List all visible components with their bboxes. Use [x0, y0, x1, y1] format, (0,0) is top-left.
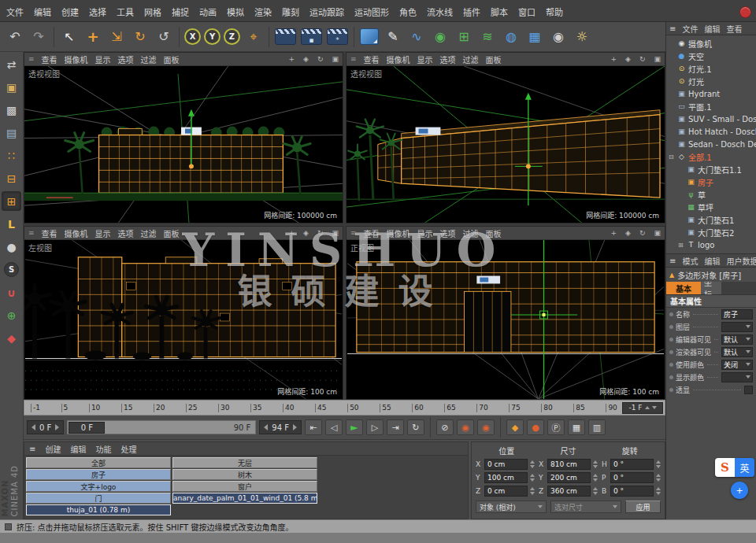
menu-window[interactable]: 窗口 — [518, 6, 536, 18]
layer-cell-editing[interactable]: canary_date_palm_01_01_wind_01 (5.8 m) — [172, 493, 317, 504]
om-menu-file[interactable]: 文件 — [682, 23, 698, 35]
viewport-menu-display[interactable]: 显示 — [95, 54, 111, 65]
zoom-icon[interactable]: ◈ — [303, 55, 309, 63]
om-menu-edit[interactable]: 编辑 — [704, 23, 720, 35]
tree-item-selected[interactable]: ▣房子 — [666, 175, 756, 188]
stepper-up-icon[interactable] — [530, 460, 535, 464]
tree-expander-icon[interactable]: ⊞ — [678, 242, 684, 249]
editor-visibility-dropdown[interactable]: 默认 — [721, 334, 753, 345]
viewport-menu-filter[interactable]: 过滤 — [463, 54, 479, 65]
menu-mograph[interactable]: 运动图形 — [354, 6, 389, 18]
tree-item-selected[interactable]: ⊟◇全部.1 — [666, 150, 756, 163]
stepper-down-icon[interactable] — [656, 465, 661, 468]
zoom-icon[interactable]: ◈ — [303, 229, 309, 237]
stepper-up-icon[interactable] — [593, 487, 598, 490]
pan-icon[interactable]: + — [610, 55, 617, 63]
rotate-view-icon[interactable]: ↻ — [639, 55, 646, 63]
texture-mode-button[interactable]: ▩ — [2, 100, 21, 120]
mini-timeline-button[interactable]: ▥ — [588, 419, 606, 435]
live-selection-tool[interactable]: ↖ — [58, 25, 80, 49]
coordinate-mode-dropdown[interactable]: 对象 (相对) — [476, 501, 547, 513]
layer-cell[interactable]: 全部 — [26, 457, 171, 468]
tree-item[interactable]: ▭平面.1 — [666, 100, 756, 113]
viewport-menu-filter[interactable]: 过滤 — [463, 227, 479, 239]
menu-edit[interactable]: 编辑 — [34, 6, 51, 18]
rotate-view-icon[interactable]: ↻ — [639, 229, 646, 237]
attr-menu-mode[interactable]: 模式 — [682, 255, 698, 267]
tree-item[interactable]: ⊞Tlogo — [666, 238, 756, 251]
menu-tools[interactable]: 工具 — [117, 6, 134, 18]
keyframe-dot-icon[interactable] — [669, 350, 673, 354]
zoom-icon[interactable]: ◈ — [625, 55, 631, 63]
stepper-right-icon[interactable] — [55, 424, 59, 430]
viewport-menu-panel[interactable]: 面板 — [486, 54, 502, 65]
stepper-up-icon[interactable] — [656, 460, 661, 464]
viewport-menu-display[interactable]: 显示 — [417, 54, 433, 65]
scale-tool[interactable]: ⇲ — [106, 25, 128, 49]
tree-item[interactable]: ▣Hydrant — [666, 87, 756, 100]
layer-cell[interactable]: 窗户 — [172, 481, 317, 492]
layer-cell-selected[interactable]: 门 — [26, 493, 171, 504]
keyframe-grid-button[interactable]: ▦ — [568, 419, 585, 435]
generator-button[interactable]: ⊞ — [453, 25, 475, 49]
maximize-view-icon[interactable]: ▣ — [654, 229, 661, 237]
stepper-up-icon[interactable] — [656, 474, 661, 477]
environment-button[interactable]: ◍ — [500, 25, 522, 49]
record-position-button[interactable]: ◉ — [457, 419, 474, 435]
stepper-right-icon[interactable] — [293, 424, 297, 430]
tree-item[interactable]: ●天空 — [666, 50, 756, 62]
viewport-menu-options[interactable]: 选项 — [440, 227, 456, 239]
tree-item[interactable]: ▣Hot Hatch - Dosch — [666, 125, 756, 138]
rotate-view-icon[interactable]: ↻ — [317, 229, 324, 237]
viewport-menu-filter[interactable]: 过滤 — [141, 227, 157, 239]
menu-render[interactable]: 渲染 — [254, 6, 272, 18]
pan-icon[interactable]: + — [288, 55, 295, 63]
tree-item[interactable]: ⊙灯光.1 — [666, 62, 756, 75]
attr-menu-edit[interactable]: 编辑 — [704, 255, 720, 267]
layer-cell[interactable]: 无层 — [172, 457, 317, 468]
tree-item[interactable]: ▣大门垫石2 — [666, 226, 756, 238]
enable-axis-button[interactable]: L — [2, 214, 21, 234]
tab-basic[interactable]: 基本 — [666, 282, 701, 294]
zoom-icon[interactable]: ◈ — [625, 229, 631, 237]
layer-menu-edit[interactable]: 编辑 — [70, 443, 86, 455]
stepper-up-icon[interactable] — [656, 487, 661, 490]
rotate-view-icon[interactable]: ↻ — [317, 55, 324, 63]
xray-checkbox[interactable] — [744, 386, 753, 394]
stepper-down-icon[interactable] — [530, 492, 535, 495]
ruler-frame-field[interactable]: -1 F — [622, 402, 663, 414]
coordinate-system-button[interactable]: ⌖ — [243, 25, 265, 49]
previous-frame-button[interactable]: ◁ — [325, 419, 343, 435]
stepper-down-icon[interactable] — [656, 492, 661, 495]
viewport-menu-view[interactable]: 查看 — [364, 227, 380, 239]
tree-item[interactable]: ▣大门垫石1.1 — [666, 163, 756, 175]
last-tool-button[interactable]: ↺ — [153, 25, 175, 49]
viewport-menu-display[interactable]: 显示 — [95, 227, 111, 239]
keyframe-dot-icon[interactable] — [669, 388, 673, 392]
record-keyframe-button[interactable]: ◆ — [506, 419, 524, 435]
viewport-menu-options[interactable]: 选项 — [440, 54, 456, 65]
stepper-left-icon[interactable] — [32, 424, 35, 430]
maximize-view-icon[interactable]: ▣ — [332, 55, 339, 63]
stepper-down-icon[interactable] — [530, 465, 535, 468]
camera-icon[interactable]: ◉ — [547, 25, 569, 49]
size-y-field[interactable]: 200 cm — [547, 472, 591, 483]
menu-mesh[interactable]: 网格 — [144, 6, 161, 18]
tree-item[interactable]: ▣大门垫石1 — [666, 213, 756, 226]
viewport-menu-filter[interactable]: 过滤 — [141, 54, 157, 65]
play-button[interactable]: ► — [346, 419, 363, 435]
basic-properties-header[interactable]: 基本属性 — [666, 295, 756, 308]
timeline-powerslider[interactable]: 0 F 90 F — [67, 420, 256, 434]
menu-animate[interactable]: 动画 — [199, 6, 217, 18]
render-view-button[interactable] — [275, 28, 296, 45]
menu-simulate[interactable]: 模拟 — [227, 6, 244, 18]
viewport-menu-camera[interactable]: 摄像机 — [387, 227, 410, 239]
viewport-canvas[interactable]: 透视视图 网格间距: 100000 cm — [346, 66, 665, 223]
stepper-down-icon[interactable] — [593, 492, 598, 495]
end-frame-field[interactable]: 94 F — [259, 420, 302, 434]
lock-x-axis-button[interactable]: X — [184, 28, 201, 45]
size-mode-dropdown[interactable]: 选对尺寸 — [550, 501, 621, 513]
menu-file[interactable]: 文件 — [6, 6, 24, 18]
viewport-menu-options[interactable]: 选项 — [118, 54, 134, 65]
viewport-menu-camera[interactable]: 摄像机 — [65, 227, 88, 239]
